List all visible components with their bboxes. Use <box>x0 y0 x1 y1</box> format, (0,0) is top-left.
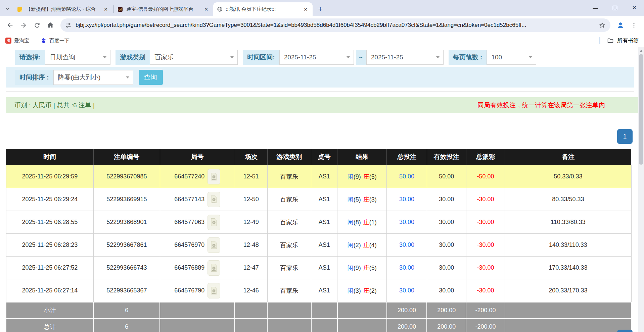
table-row: 2025-11-25 06:29:24 522993669915 6645771… <box>6 188 631 211</box>
table-no-cell: AS1 <box>311 211 337 234</box>
taobao-icon: 淘 <box>5 38 11 44</box>
result-banker-score: (5) <box>369 265 377 271</box>
col-time: 时间 <box>6 149 94 165</box>
result-banker-score: (4) <box>369 242 377 248</box>
game-type-label: 游戏类别 <box>116 50 150 65</box>
new-tab-button[interactable]: + <box>315 4 325 14</box>
video-replay-icon[interactable] <box>208 237 220 253</box>
game-type-cell: 百家乐 <box>267 234 311 257</box>
result-banker: 庄 <box>363 219 369 226</box>
tab-search-button[interactable] <box>2 2 13 15</box>
round-id-value: 664577143 <box>174 196 204 203</box>
browser-menu-button[interactable] <box>627 18 641 32</box>
col-valid-bet: 有效投注 <box>427 149 466 165</box>
tab-close-icon[interactable]: ✕ <box>302 6 309 12</box>
result-player-score: (5) <box>354 196 361 203</box>
game-type-cell: 百家乐 <box>267 188 311 211</box>
tab-forum[interactable]: 【新提醒】海燕策略论坛 - 综合 ✕ <box>13 2 113 16</box>
game-type-cell: 百家乐 <box>267 279 311 302</box>
date-range-tilde: ~ <box>356 50 366 65</box>
round-id-value: 664576970 <box>174 241 204 248</box>
result-banker-score: (5) <box>369 173 377 180</box>
tab-close-icon[interactable]: ✕ <box>102 6 109 12</box>
bookmark-baidu[interactable]: 百度一下 <box>41 38 70 44</box>
table-no-cell: AS1 <box>311 257 337 279</box>
tab-close-icon[interactable]: ✕ <box>202 6 210 12</box>
valid-bet-cell: 50.00 <box>427 165 466 188</box>
valid-bet-cell: 30.00 <box>427 279 466 302</box>
table-row: 2025-11-25 06:27:52 522993666743 6645768… <box>6 257 631 279</box>
date-to-select[interactable]: 2025-11-25 <box>366 50 444 65</box>
site-settings-icon[interactable] <box>65 22 72 29</box>
game-type-value: 百家乐 <box>154 53 174 62</box>
game-type-select[interactable]: 百家乐 <box>150 50 238 65</box>
minimize-button[interactable]: — <box>586 0 605 15</box>
date-from-value: 2025-11-25 <box>284 54 316 61</box>
scrollbar-thumb[interactable] <box>639 54 643 165</box>
reload-icon <box>34 22 41 29</box>
total-bet-cell: 30.00 <box>387 257 427 279</box>
page-1-button[interactable]: 1 <box>617 129 633 144</box>
valid-bet-cell: 30.00 <box>427 234 466 257</box>
bet-id-cell: 522993665367 <box>94 279 160 302</box>
query-type-select[interactable]: 日期查询 <box>45 50 110 65</box>
home-button[interactable] <box>44 18 57 32</box>
forward-button[interactable] <box>17 18 30 32</box>
game-type-cell: 百家乐 <box>267 257 311 279</box>
total-payout: -200.00 <box>466 319 505 332</box>
round-id-cell: 664576889 <box>160 257 235 279</box>
result-cell: 闲(5)庄(3) <box>337 188 387 211</box>
video-replay-icon[interactable] <box>208 283 220 298</box>
toolbar-right <box>614 18 641 32</box>
bet-records-table: 时间 注单编号 局号 场次 游戏类别 桌号 结果 总投注 有效投注 总派彩 备注… <box>6 149 632 332</box>
bookmark-taobao[interactable]: 淘 爱淘宝 <box>5 38 29 44</box>
vertical-scrollbar[interactable] <box>638 47 644 332</box>
table-no-cell: AS1 <box>311 165 337 188</box>
reload-button[interactable] <box>30 18 44 32</box>
maximize-button[interactable] <box>605 0 625 15</box>
video-replay-icon[interactable] <box>208 169 220 184</box>
tab-tongbao[interactable]: 通宝-信誉最好的网上游戏平台 ✕ <box>114 2 213 16</box>
round-id-cell: 664577240 <box>160 165 235 188</box>
date-range-group: 时间区间: 2025-11-25 <box>243 50 354 65</box>
globe-favicon-icon <box>217 6 223 12</box>
table-header: 时间 注单编号 局号 场次 游戏类别 桌号 结果 总投注 有效投注 总派彩 备注 <box>6 149 631 165</box>
date-from-select[interactable]: 2025-11-25 <box>279 50 354 65</box>
sort-select[interactable]: 降幂(由大到小) <box>53 70 133 85</box>
maximize-icon <box>613 6 617 10</box>
total-count: 6 <box>94 319 160 332</box>
bookmark-star-icon[interactable] <box>599 22 606 29</box>
close-window-button[interactable]: ✕ <box>625 0 644 15</box>
video-replay-icon[interactable] <box>208 192 220 207</box>
result-player-score: (2) <box>354 242 361 248</box>
remark-cell: 50.33/0.33 <box>505 165 631 188</box>
video-replay-icon[interactable] <box>208 260 220 276</box>
game-type-group: 游戏类别 百家乐 <box>116 50 238 65</box>
search-button[interactable]: 查询 <box>139 70 163 85</box>
col-payout: 总派彩 <box>466 149 505 165</box>
remark-cell: 80.33/50.33 <box>505 188 631 211</box>
bet-table-body: 2025-11-25 06:29:59 522993670985 6645772… <box>6 165 631 302</box>
video-replay-icon[interactable] <box>208 215 220 230</box>
address-bar[interactable]: bjbj.xyz/ipl/portal.php/game/betrecord_s… <box>60 18 610 32</box>
back-button[interactable] <box>3 18 17 32</box>
tab-bet-records-active[interactable]: :::视讯 会员下注纪录::: ✕ <box>213 2 313 16</box>
per-page-select[interactable]: 100 <box>487 50 536 65</box>
all-bookmarks[interactable]: 所有书签 <box>599 37 639 44</box>
per-page-label: 每页笔数 : <box>449 50 487 65</box>
page-1-button-bottom[interactable]: 1 <box>617 330 633 332</box>
bet-time-cell: 2025-11-25 06:27:14 <box>6 279 94 302</box>
result-player: 闲 <box>348 242 354 248</box>
remark-cell: 140.33/110.33 <box>505 234 631 257</box>
bet-time-cell: 2025-11-25 06:28:55 <box>6 211 94 234</box>
back-icon <box>6 21 14 29</box>
profile-avatar[interactable] <box>614 18 627 32</box>
round-id-value: 664576889 <box>174 264 204 271</box>
valid-bet-cell: 30.00 <box>427 211 466 234</box>
result-banker-score: (3) <box>369 196 377 203</box>
scrollbar-up-arrow-icon[interactable] <box>638 48 644 53</box>
result-cell: 闲(9)庄(5) <box>337 257 387 279</box>
session-cell: 12-49 <box>235 211 267 234</box>
tongbao-favicon-icon <box>117 6 123 12</box>
query-type-label: 请选择: <box>15 50 45 65</box>
